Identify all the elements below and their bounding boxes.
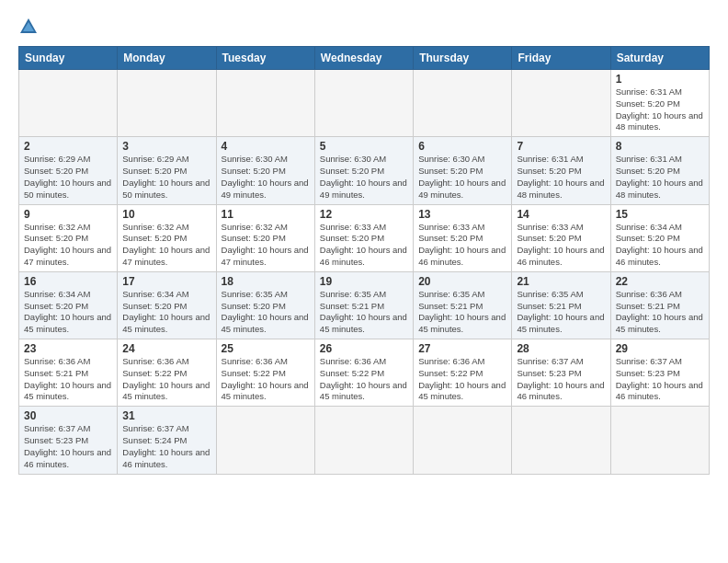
day-number: 10 bbox=[122, 208, 210, 221]
day-info: Sunrise: 6:35 AMSunset: 5:21 PMDaylight:… bbox=[418, 289, 506, 336]
day-number: 16 bbox=[24, 275, 112, 288]
week-row-5: 30Sunrise: 6:37 AMSunset: 5:23 PMDayligh… bbox=[19, 407, 710, 474]
day-number: 12 bbox=[320, 208, 408, 221]
day-info: Sunrise: 6:36 AMSunset: 5:21 PMDaylight:… bbox=[24, 356, 112, 403]
day-cell-29: 29Sunrise: 6:37 AMSunset: 5:23 PMDayligh… bbox=[610, 339, 709, 407]
day-number: 22 bbox=[616, 275, 704, 288]
day-cell-2: 2Sunrise: 6:29 AMSunset: 5:20 PMDaylight… bbox=[19, 137, 118, 204]
day-info: Sunrise: 6:36 AMSunset: 5:21 PMDaylight:… bbox=[616, 289, 704, 336]
day-number: 28 bbox=[517, 342, 605, 355]
header bbox=[18, 17, 710, 37]
empty-cell bbox=[216, 70, 314, 137]
day-info: Sunrise: 6:32 AMSunset: 5:20 PMDaylight:… bbox=[222, 222, 310, 269]
day-cell-19: 19Sunrise: 6:35 AMSunset: 5:21 PMDayligh… bbox=[314, 271, 413, 339]
day-cell-13: 13Sunrise: 6:33 AMSunset: 5:20 PMDayligh… bbox=[414, 204, 512, 271]
day-number: 6 bbox=[418, 140, 506, 153]
empty-cell bbox=[19, 70, 118, 137]
logo bbox=[18, 17, 42, 37]
day-header-saturday: Saturday bbox=[610, 47, 709, 70]
week-row-4: 23Sunrise: 6:36 AMSunset: 5:21 PMDayligh… bbox=[19, 339, 710, 407]
day-number: 11 bbox=[222, 208, 310, 221]
day-info: Sunrise: 6:34 AMSunset: 5:20 PMDaylight:… bbox=[122, 289, 210, 336]
day-cell-9: 9Sunrise: 6:32 AMSunset: 5:20 PMDaylight… bbox=[19, 204, 118, 271]
day-number: 7 bbox=[517, 140, 605, 153]
day-number: 18 bbox=[222, 275, 310, 288]
day-cell-23: 23Sunrise: 6:36 AMSunset: 5:21 PMDayligh… bbox=[19, 339, 118, 407]
day-cell-17: 17Sunrise: 6:34 AMSunset: 5:20 PMDayligh… bbox=[118, 271, 216, 339]
day-header-sunday: Sunday bbox=[19, 47, 118, 70]
day-info: Sunrise: 6:36 AMSunset: 5:22 PMDaylight:… bbox=[222, 356, 310, 403]
day-info: Sunrise: 6:33 AMSunset: 5:20 PMDaylight:… bbox=[320, 222, 408, 269]
day-number: 5 bbox=[320, 140, 408, 153]
day-cell-21: 21Sunrise: 6:35 AMSunset: 5:21 PMDayligh… bbox=[512, 271, 610, 339]
empty-cell bbox=[314, 407, 413, 474]
day-info: Sunrise: 6:36 AMSunset: 5:22 PMDaylight:… bbox=[122, 356, 210, 403]
day-info: Sunrise: 6:32 AMSunset: 5:20 PMDaylight:… bbox=[24, 222, 112, 269]
day-number: 14 bbox=[517, 208, 605, 221]
day-number: 27 bbox=[418, 342, 506, 355]
day-number: 20 bbox=[418, 275, 506, 288]
logo-icon bbox=[18, 17, 39, 37]
day-number: 25 bbox=[222, 342, 310, 355]
day-info: Sunrise: 6:34 AMSunset: 5:20 PMDaylight:… bbox=[24, 289, 112, 336]
day-number: 24 bbox=[122, 342, 210, 355]
day-cell-3: 3Sunrise: 6:29 AMSunset: 5:20 PMDaylight… bbox=[118, 137, 216, 204]
empty-cell bbox=[414, 407, 512, 474]
day-info: Sunrise: 6:36 AMSunset: 5:22 PMDaylight:… bbox=[320, 356, 408, 403]
day-cell-15: 15Sunrise: 6:34 AMSunset: 5:20 PMDayligh… bbox=[610, 204, 709, 271]
day-cell-11: 11Sunrise: 6:32 AMSunset: 5:20 PMDayligh… bbox=[216, 204, 314, 271]
day-info: Sunrise: 6:37 AMSunset: 5:23 PMDaylight:… bbox=[616, 356, 704, 403]
day-number: 23 bbox=[24, 342, 112, 355]
day-number: 30 bbox=[24, 409, 112, 422]
day-info: Sunrise: 6:31 AMSunset: 5:20 PMDaylight:… bbox=[616, 154, 704, 201]
day-info: Sunrise: 6:29 AMSunset: 5:20 PMDaylight:… bbox=[24, 154, 112, 201]
day-number: 9 bbox=[24, 208, 112, 221]
day-info: Sunrise: 6:34 AMSunset: 5:20 PMDaylight:… bbox=[616, 222, 704, 269]
day-cell-22: 22Sunrise: 6:36 AMSunset: 5:21 PMDayligh… bbox=[610, 271, 709, 339]
day-number: 31 bbox=[122, 409, 210, 422]
day-cell-20: 20Sunrise: 6:35 AMSunset: 5:21 PMDayligh… bbox=[414, 271, 512, 339]
day-info: Sunrise: 6:30 AMSunset: 5:20 PMDaylight:… bbox=[418, 154, 506, 201]
day-info: Sunrise: 6:31 AMSunset: 5:20 PMDaylight:… bbox=[616, 86, 704, 133]
day-cell-5: 5Sunrise: 6:30 AMSunset: 5:20 PMDaylight… bbox=[314, 137, 413, 204]
day-cell-10: 10Sunrise: 6:32 AMSunset: 5:20 PMDayligh… bbox=[118, 204, 216, 271]
empty-cell bbox=[414, 70, 512, 137]
day-info: Sunrise: 6:32 AMSunset: 5:20 PMDaylight:… bbox=[122, 222, 210, 269]
day-cell-4: 4Sunrise: 6:30 AMSunset: 5:20 PMDaylight… bbox=[216, 137, 314, 204]
day-cell-25: 25Sunrise: 6:36 AMSunset: 5:22 PMDayligh… bbox=[216, 339, 314, 407]
day-cell-6: 6Sunrise: 6:30 AMSunset: 5:20 PMDaylight… bbox=[414, 137, 512, 204]
day-number: 17 bbox=[122, 275, 210, 288]
calendar: SundayMondayTuesdayWednesdayThursdayFrid… bbox=[18, 46, 710, 475]
day-info: Sunrise: 6:31 AMSunset: 5:20 PMDaylight:… bbox=[517, 154, 605, 201]
day-cell-7: 7Sunrise: 6:31 AMSunset: 5:20 PMDaylight… bbox=[512, 137, 610, 204]
day-number: 29 bbox=[616, 342, 704, 355]
day-info: Sunrise: 6:37 AMSunset: 5:23 PMDaylight:… bbox=[517, 356, 605, 403]
day-cell-18: 18Sunrise: 6:35 AMSunset: 5:20 PMDayligh… bbox=[216, 271, 314, 339]
day-info: Sunrise: 6:37 AMSunset: 5:23 PMDaylight:… bbox=[24, 423, 112, 470]
day-info: Sunrise: 6:29 AMSunset: 5:20 PMDaylight:… bbox=[122, 154, 210, 201]
day-info: Sunrise: 6:37 AMSunset: 5:24 PMDaylight:… bbox=[122, 423, 210, 470]
week-row-2: 9Sunrise: 6:32 AMSunset: 5:20 PMDaylight… bbox=[19, 204, 710, 271]
empty-cell bbox=[314, 70, 413, 137]
day-header-friday: Friday bbox=[512, 47, 610, 70]
day-number: 8 bbox=[616, 140, 704, 153]
day-info: Sunrise: 6:36 AMSunset: 5:22 PMDaylight:… bbox=[418, 356, 506, 403]
day-number: 3 bbox=[122, 140, 210, 153]
day-cell-16: 16Sunrise: 6:34 AMSunset: 5:20 PMDayligh… bbox=[19, 271, 118, 339]
day-number: 21 bbox=[517, 275, 605, 288]
day-number: 2 bbox=[24, 140, 112, 153]
day-info: Sunrise: 6:30 AMSunset: 5:20 PMDaylight:… bbox=[222, 154, 310, 201]
day-info: Sunrise: 6:35 AMSunset: 5:21 PMDaylight:… bbox=[517, 289, 605, 336]
empty-cell bbox=[216, 407, 314, 474]
empty-cell bbox=[118, 70, 216, 137]
day-cell-30: 30Sunrise: 6:37 AMSunset: 5:23 PMDayligh… bbox=[19, 407, 118, 474]
day-cell-14: 14Sunrise: 6:33 AMSunset: 5:20 PMDayligh… bbox=[512, 204, 610, 271]
day-number: 13 bbox=[418, 208, 506, 221]
day-cell-28: 28Sunrise: 6:37 AMSunset: 5:23 PMDayligh… bbox=[512, 339, 610, 407]
empty-cell bbox=[512, 407, 610, 474]
day-info: Sunrise: 6:33 AMSunset: 5:20 PMDaylight:… bbox=[418, 222, 506, 269]
day-cell-24: 24Sunrise: 6:36 AMSunset: 5:22 PMDayligh… bbox=[118, 339, 216, 407]
day-number: 15 bbox=[616, 208, 704, 221]
day-number: 4 bbox=[222, 140, 310, 153]
empty-cell bbox=[610, 407, 709, 474]
